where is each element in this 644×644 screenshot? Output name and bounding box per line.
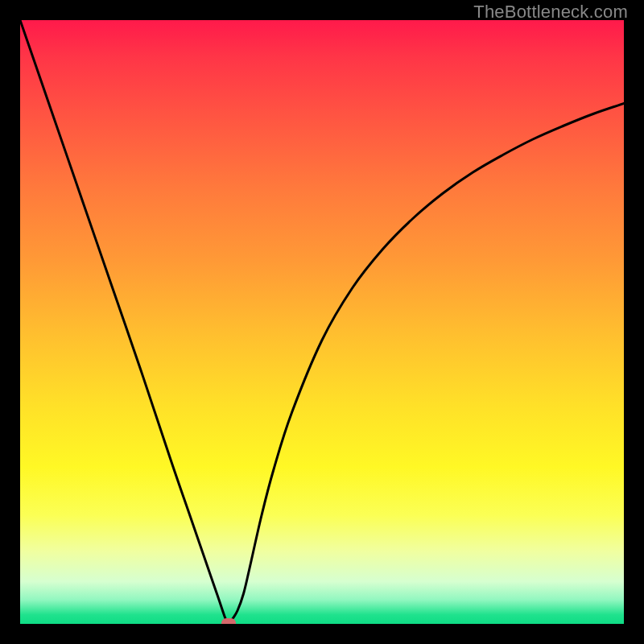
- watermark-text: TheBottleneck.com: [473, 2, 628, 23]
- chart-frame: TheBottleneck.com: [0, 0, 644, 644]
- bottleneck-curve: [20, 20, 624, 622]
- curve-svg: [20, 20, 624, 624]
- optimum-marker: [221, 618, 236, 625]
- plot-area: [20, 20, 624, 624]
